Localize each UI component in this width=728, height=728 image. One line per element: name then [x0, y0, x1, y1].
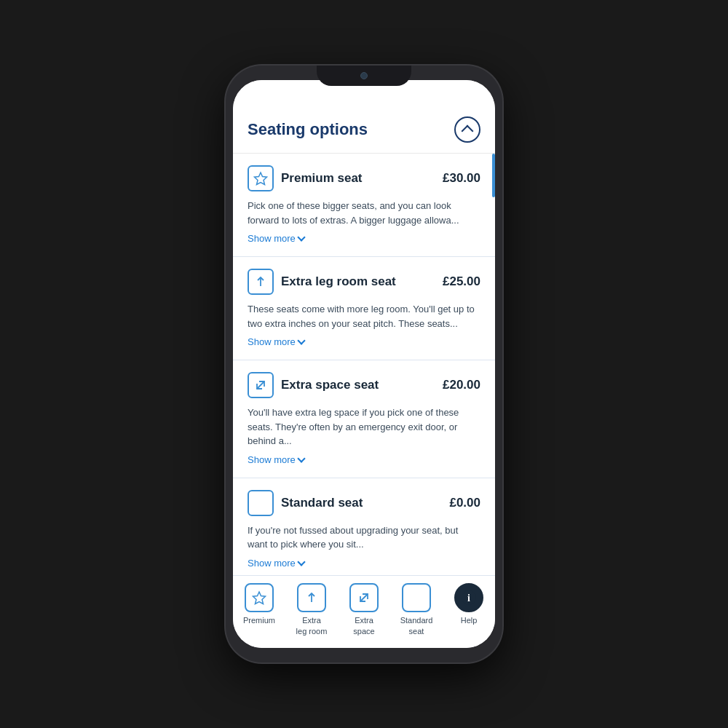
premium-seat-name: Premium seat — [281, 171, 363, 186]
seat-header-row: Extra space seat £20.00 — [248, 372, 480, 398]
premium-seat-desc: Pick one of these bigger seats, and you … — [248, 199, 480, 227]
chevron-down-icon — [297, 233, 305, 241]
seat-header-left: Premium seat — [248, 165, 363, 191]
extra-leg-room-seat-icon — [248, 269, 274, 295]
nav-item-premium[interactable]: Premium — [237, 583, 281, 625]
premium-seat-price: £30.00 — [443, 171, 480, 186]
nav-standard-seat-icon — [402, 583, 431, 612]
screen-content: Seating options — [233, 80, 495, 648]
svg-marker-5 — [253, 592, 266, 604]
seat-item-premium: Premium seat £30.00 Pick one of these bi… — [233, 154, 495, 257]
extra-space-seat-icon — [248, 372, 274, 398]
nav-premium-label: Premium — [243, 615, 275, 625]
svg-line-2 — [257, 381, 264, 389]
seat-item-standard: Standard seat £0.00 If you're not fussed… — [233, 478, 495, 576]
nav-standard-seat-label: Standardseat — [400, 615, 433, 636]
nav-extra-space-icon — [349, 583, 379, 612]
extra-leg-room-seat-price: £25.00 — [443, 274, 480, 289]
phone-screen: Seating options — [233, 80, 495, 648]
chevron-down-icon — [297, 558, 305, 566]
extra-leg-room-seat-name: Extra leg room seat — [281, 274, 396, 289]
nav-help-label: Help — [461, 615, 478, 625]
svg-marker-0 — [255, 173, 267, 185]
standard-seat-icon — [248, 490, 274, 516]
svg-text:i: i — [467, 593, 470, 604]
extra-space-seat-name: Extra space seat — [281, 378, 379, 392]
nav-help-icon: i — [454, 583, 483, 612]
nav-item-extra-leg-room[interactable]: Extraleg room — [290, 583, 333, 636]
page-title: Seating options — [248, 120, 368, 139]
nav-premium-icon — [245, 583, 274, 612]
standard-seat-price: £0.00 — [449, 496, 480, 510]
standard-show-more-button[interactable]: Show more — [248, 558, 304, 569]
seat-header-row: Premium seat £30.00 — [248, 165, 480, 191]
bottom-nav: Premium Extraleg room — [233, 575, 495, 648]
phone-notch — [317, 66, 411, 86]
premium-show-more-button[interactable]: Show more — [248, 233, 304, 244]
seat-item-extra-space: Extra space seat £20.00 You'll have extr… — [233, 360, 495, 478]
camera — [360, 72, 368, 79]
seat-header-left: Extra leg room seat — [248, 269, 396, 295]
extra-space-show-more-button[interactable]: Show more — [248, 454, 304, 465]
seat-item-extra-leg-room: Extra leg room seat £25.00 These seats c… — [233, 257, 495, 360]
chevron-up-icon — [462, 125, 474, 138]
standard-seat-name: Standard seat — [281, 496, 363, 510]
nav-extra-leg-room-label: Extraleg room — [296, 615, 328, 636]
main-scroll[interactable]: Premium seat £30.00 Pick one of these bi… — [233, 154, 495, 575]
nav-extra-space-label: Extraspace — [353, 615, 374, 636]
extra-space-seat-desc: You'll have extra leg space if you pick … — [248, 405, 480, 448]
nav-item-extra-space[interactable]: Extraspace — [342, 583, 386, 636]
chevron-down-icon — [297, 454, 305, 462]
extra-leg-room-show-more-button[interactable]: Show more — [248, 336, 304, 347]
seat-header-row: Standard seat £0.00 — [248, 490, 480, 516]
seat-header-left: Standard seat — [248, 490, 363, 516]
extra-leg-room-seat-desc: These seats come with more leg room. You… — [248, 302, 480, 331]
close-button[interactable] — [454, 116, 480, 143]
standard-seat-desc: If you're not fussed about upgrading you… — [248, 523, 480, 552]
seat-header-left: Extra space seat — [248, 372, 379, 398]
chevron-down-icon — [297, 336, 305, 344]
nav-extra-leg-room-icon — [297, 583, 326, 612]
extra-space-seat-price: £20.00 — [443, 378, 480, 392]
svg-line-7 — [360, 594, 368, 601]
phone-frame: Seating options — [226, 66, 502, 662]
nav-item-help[interactable]: i Help — [447, 583, 491, 625]
scroll-indicator — [492, 154, 495, 197]
seat-header-row: Extra leg room seat £25.00 — [248, 269, 480, 295]
premium-seat-icon — [248, 165, 274, 191]
header: Seating options — [233, 80, 495, 154]
nav-item-standard-seat[interactable]: Standardseat — [395, 583, 438, 636]
